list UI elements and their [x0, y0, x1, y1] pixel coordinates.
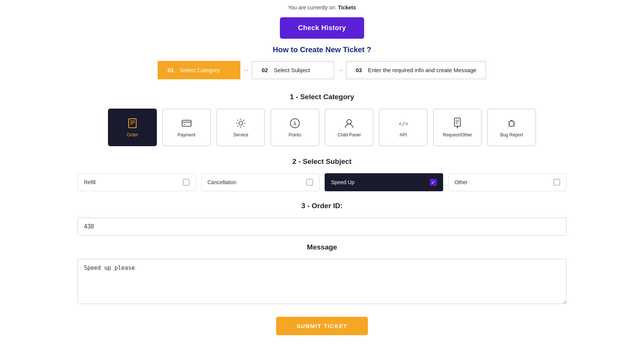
- category-label-points: Points: [289, 132, 301, 138]
- step-3: 03 Enter the required info and create Me…: [346, 61, 486, 79]
- step-3-label: Enter the required info and create Messa…: [368, 67, 477, 73]
- category-card-api[interactable]: </> API: [379, 109, 428, 146]
- top-bar-page: Tickets: [338, 5, 356, 11]
- order-id-input[interactable]: [77, 218, 567, 236]
- step-1: 01 Select Category: [158, 61, 240, 79]
- category-card-payment[interactable]: Payment: [162, 109, 211, 146]
- step-arrow-2: →: [334, 65, 346, 75]
- subjects-row: Refill Cancellation Speed Up ✓ Other: [77, 173, 567, 191]
- how-to-title: How to Create New Ticket ?: [77, 45, 567, 54]
- step-1-num: 01: [167, 67, 174, 73]
- order-icon: [126, 117, 138, 129]
- bug-report-icon: [506, 117, 518, 129]
- child-panel-icon: [343, 117, 355, 129]
- svg-point-7: [239, 121, 243, 125]
- section-1-title: 1 - Select Category: [77, 93, 567, 101]
- svg-rect-0: [129, 119, 136, 128]
- subject-checkbox-refill: [183, 179, 190, 186]
- step-arrow-1: →: [240, 65, 252, 75]
- category-card-order[interactable]: Order: [108, 109, 157, 146]
- section-2-title: 2 - Select Subject: [77, 157, 567, 166]
- step-1-label: Select Category: [180, 67, 220, 73]
- svg-text:</>: </>: [399, 121, 408, 127]
- category-label-bug-report: Bug Report: [500, 132, 523, 138]
- subject-option-refill[interactable]: Refill: [77, 173, 196, 191]
- points-icon: $: [289, 117, 301, 129]
- subject-label-speed-up: Speed Up: [331, 179, 354, 185]
- category-label-request-other: Request/Other: [443, 132, 472, 138]
- api-icon: </>: [397, 117, 409, 129]
- section-3-title: 3 - Order ID:: [77, 202, 567, 210]
- service-icon: [235, 117, 247, 129]
- step-2-num: 02: [261, 67, 268, 73]
- message-textarea[interactable]: [77, 259, 567, 304]
- svg-line-21: [508, 126, 509, 127]
- steps-bar: 01 Select Category → 02 Select Subject →…: [77, 61, 567, 79]
- svg-line-19: [508, 121, 509, 123]
- message-section-title: Message: [77, 243, 567, 251]
- check-history-wrap: Check History: [77, 17, 567, 39]
- subject-label-cancellation: Cancellation: [208, 179, 237, 185]
- subject-checkbox-other: [553, 179, 560, 186]
- top-bar-text: You are currently on:: [288, 5, 338, 11]
- message-section: [77, 259, 567, 306]
- order-id-section: [77, 218, 567, 236]
- category-label-order: Order: [127, 132, 138, 138]
- svg-rect-16: [509, 121, 514, 126]
- subject-option-cancellation[interactable]: Cancellation: [201, 173, 320, 191]
- step-2: 02 Select Subject: [252, 61, 334, 79]
- subject-label-refill: Refill: [84, 179, 96, 185]
- category-card-service[interactable]: Service: [216, 109, 265, 146]
- subject-label-other: Other: [455, 179, 468, 185]
- svg-point-10: [347, 119, 351, 124]
- submit-ticket-button[interactable]: SUBMIT TICKET: [276, 317, 368, 335]
- subject-option-other[interactable]: Other: [448, 173, 567, 191]
- subject-option-speed-up[interactable]: Speed Up ✓: [325, 173, 443, 191]
- svg-rect-12: [454, 118, 460, 126]
- check-history-button[interactable]: Check History: [280, 17, 364, 39]
- svg-rect-4: [182, 120, 191, 126]
- category-row: Order Payment Service $ Points Child Pan…: [77, 109, 567, 146]
- category-card-child-panel[interactable]: Child Panel: [325, 109, 374, 146]
- category-card-request-other[interactable]: Request/Other: [433, 109, 482, 146]
- svg-line-20: [514, 121, 515, 123]
- submit-wrap: SUBMIT TICKET: [77, 317, 567, 335]
- top-info: You are currently on: Tickets: [77, 0, 567, 14]
- category-card-bug-report[interactable]: Bug Report: [487, 109, 536, 146]
- subject-checkbox-cancellation: [306, 179, 313, 186]
- svg-line-22: [514, 126, 515, 127]
- request-other-icon: [451, 117, 463, 129]
- category-label-child-panel: Child Panel: [337, 132, 360, 138]
- category-label-api: API: [399, 132, 407, 138]
- step-3-num: 03: [355, 67, 362, 73]
- svg-text:$: $: [293, 121, 296, 126]
- step-2-label: Select Subject: [274, 67, 310, 73]
- category-card-points[interactable]: $ Points: [270, 109, 319, 146]
- category-label-payment: Payment: [178, 132, 195, 138]
- subject-checkbox-speed-up: ✓: [430, 179, 437, 186]
- payment-icon: [181, 117, 193, 129]
- category-label-service: Service: [233, 132, 248, 138]
